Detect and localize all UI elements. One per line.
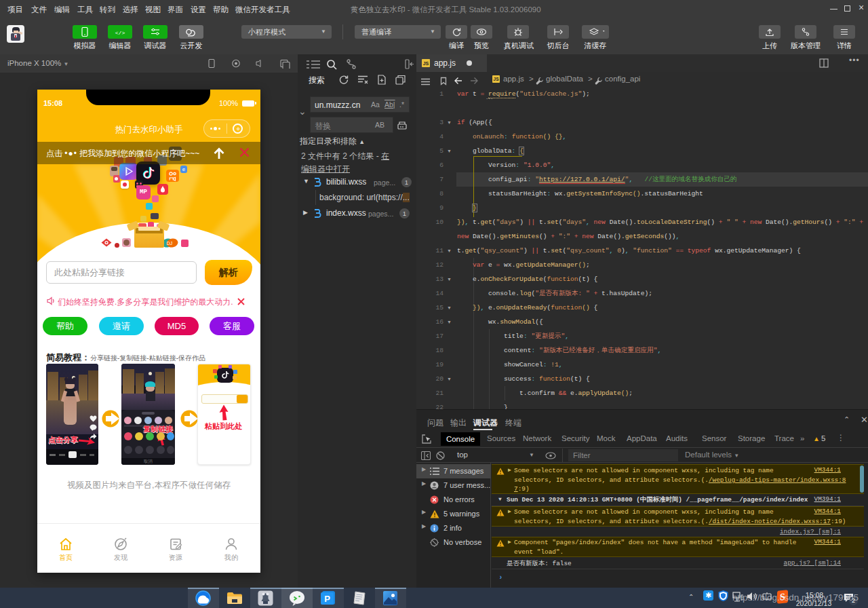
svg-text:P: P [324, 594, 330, 604]
svg-text:</>: </> [115, 30, 125, 36]
svg-text:DJ: DJ [167, 241, 173, 246]
